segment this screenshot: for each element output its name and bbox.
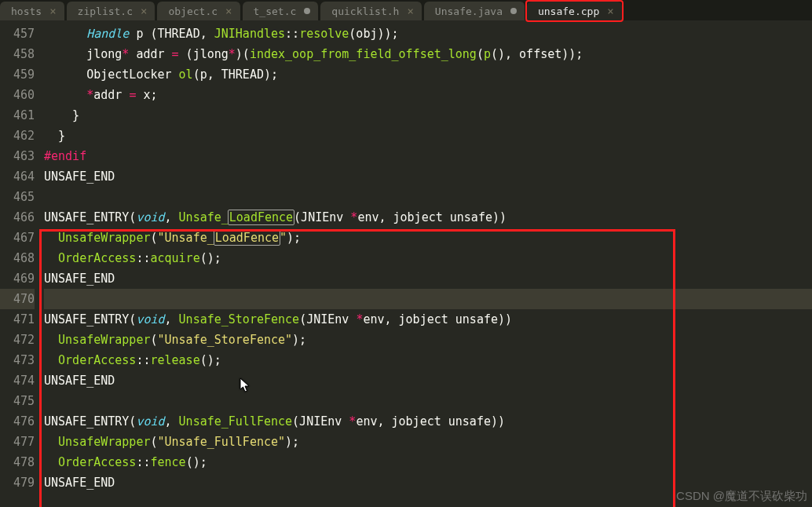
line-number: 476 — [0, 411, 35, 432]
line-number: 472 — [0, 330, 35, 350]
token: (JNIEnv — [294, 210, 350, 224]
token: OrderAccess — [58, 455, 136, 469]
token — [44, 455, 58, 469]
line-number: 462 — [0, 126, 35, 146]
code-line[interactable]: UNSAFE_ENTRY(void, Unsafe_FullFence(JNIE… — [44, 411, 812, 432]
token: resolve — [299, 27, 349, 41]
code-line[interactable]: UNSAFE_END — [44, 472, 812, 493]
token: (p, THREAD); — [193, 67, 278, 82]
code-line[interactable]: } — [44, 105, 812, 126]
token: addr — [129, 47, 171, 61]
token: endif — [51, 149, 86, 163]
token: UnsafeWrapper — [58, 435, 150, 449]
token: Unsafe_ — [179, 210, 229, 224]
code-line[interactable]: UNSAFE_ENTRY(void, Unsafe_StoreFence(JNI… — [44, 309, 812, 330]
close-icon[interactable]: × — [407, 5, 413, 17]
code-line[interactable]: OrderAccess::acquire(); — [44, 248, 812, 268]
tab-t_set-c[interactable]: t_set.c — [243, 2, 320, 20]
token: # — [44, 149, 51, 163]
tab-label: quicklist.h — [331, 5, 399, 17]
token: addr — [93, 88, 129, 102]
line-number: 463 — [0, 146, 35, 166]
tab-quicklist-h[interactable]: quicklist.h× — [320, 2, 422, 20]
code-line[interactable]: jlong* addr = (jlong*)(index_oop_from_fi… — [44, 44, 812, 64]
tab-ziplist-c[interactable]: ziplist.c× — [67, 2, 156, 20]
token: JNIHandles — [214, 27, 285, 41]
line-number: 464 — [0, 166, 35, 187]
close-icon[interactable]: × — [49, 5, 56, 17]
line-number: 459 — [0, 64, 35, 85]
code-line[interactable]: UNSAFE_END — [44, 166, 812, 187]
token: LoadFence — [228, 210, 294, 225]
line-number: 467 — [0, 228, 35, 248]
token: , — [165, 414, 179, 429]
token: (obj)); — [349, 27, 398, 41]
code-line[interactable]: UnsafeWrapper("Unsafe_LoadFence"); — [44, 228, 812, 248]
code-line[interactable]: } — [44, 126, 812, 146]
code-line[interactable]: UnsafeWrapper("Unsafe_FullFence"); — [44, 432, 812, 452]
close-icon[interactable]: × — [225, 5, 232, 17]
close-icon[interactable]: × — [141, 5, 147, 17]
tab-label: t_set.c — [254, 5, 297, 17]
code-line[interactable]: UNSAFE_END — [44, 370, 812, 391]
token: UNSAFE_ENTRY( — [44, 210, 136, 224]
line-number: 466 — [0, 207, 35, 228]
token: ObjectLocker — [44, 67, 179, 82]
close-icon[interactable]: × — [607, 5, 613, 17]
tab-bar: hosts×ziplist.c×object.c×t_set.cquicklis… — [0, 0, 812, 20]
token: (JNIEnv — [292, 414, 349, 429]
token: UNSAFE_END — [44, 476, 115, 490]
tab-label: object.c — [168, 5, 218, 17]
tab-hosts[interactable]: hosts× — [0, 2, 65, 20]
line-number: 475 — [0, 391, 35, 411]
token: env, jobject unsafe)) — [357, 210, 507, 224]
code-line[interactable] — [44, 289, 812, 309]
line-number: 479 — [0, 472, 35, 493]
token: ol — [179, 67, 193, 82]
line-number: 461 — [0, 105, 35, 126]
token: Handle — [86, 27, 129, 41]
token — [44, 231, 58, 245]
token: UNSAFE_END — [44, 272, 115, 286]
token: acquire — [150, 251, 199, 265]
tab-object-c[interactable]: object.c× — [157, 2, 240, 20]
token: )( — [236, 47, 250, 61]
line-number: 465 — [0, 187, 35, 207]
code-line[interactable]: Handle p (THREAD, JNIHandles::resolve(ob… — [44, 24, 812, 44]
code-line[interactable]: #endif — [44, 146, 812, 166]
token: * — [86, 88, 93, 102]
token: " — [280, 231, 287, 245]
code-line[interactable]: OrderAccess::fence(); — [44, 452, 812, 472]
token: (); — [200, 353, 221, 367]
line-number: 474 — [0, 370, 35, 391]
token: ); — [285, 435, 299, 449]
tab-label: unsafe.cpp — [538, 5, 599, 17]
code-line[interactable] — [44, 391, 812, 411]
code-line[interactable]: UnsafeWrapper("Unsafe_StoreFence"); — [44, 330, 812, 350]
line-number: 460 — [0, 85, 35, 105]
editor-area[interactable]: 4574584594604614624634644654664674684694… — [0, 20, 812, 507]
token: (); — [200, 251, 221, 265]
code-line[interactable] — [44, 187, 812, 207]
code-line[interactable]: OrderAccess::release(); — [44, 350, 812, 370]
token: UNSAFE_END — [44, 374, 115, 388]
token: void — [136, 414, 164, 429]
line-number: 473 — [0, 350, 35, 370]
code-line[interactable]: *addr = x; — [44, 85, 812, 105]
code-line[interactable]: UNSAFE_ENTRY(void, Unsafe_LoadFence(JNIE… — [44, 207, 812, 228]
token: (); — [186, 455, 207, 469]
token: (jlong — [179, 47, 229, 61]
line-number: 469 — [0, 268, 35, 289]
code-line[interactable]: UNSAFE_END — [44, 268, 812, 289]
tab-unsafe-java[interactable]: Unsafe.java — [424, 2, 525, 20]
token: "Unsafe_ — [158, 231, 214, 245]
code-line[interactable]: ObjectLocker ol(p, THREAD); — [44, 64, 812, 85]
token — [44, 333, 58, 347]
token: UNSAFE_ENTRY( — [44, 312, 136, 326]
token: , — [165, 312, 179, 326]
code-pane[interactable]: Handle p (THREAD, JNIHandles::resolve(ob… — [39, 20, 812, 507]
token: x; — [136, 88, 157, 102]
token: LoadFence — [214, 230, 280, 246]
tab-unsafe-cpp[interactable]: unsafe.cpp× — [527, 2, 623, 20]
token — [44, 251, 58, 265]
